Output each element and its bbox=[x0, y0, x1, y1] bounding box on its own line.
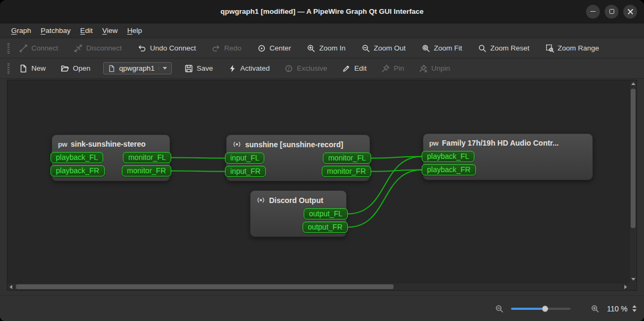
maximize-button[interactable] bbox=[605, 5, 618, 19]
graph-canvas[interactable]: pw sink-sunshine-stereo playback_FL play… bbox=[7, 80, 629, 283]
vertical-scrollbar-thumb[interactable] bbox=[631, 89, 635, 228]
statusbar: 110 % bbox=[0, 295, 644, 321]
edit-pencil-icon bbox=[342, 64, 350, 73]
undo-connect-label: Undo Connect bbox=[150, 44, 196, 52]
activated-label: Activated bbox=[240, 64, 270, 72]
zoom-spinbox[interactable]: 110 % bbox=[607, 305, 637, 313]
save-button[interactable]: Save bbox=[182, 63, 215, 74]
port-monitor-fl[interactable]: monitor_FL bbox=[123, 152, 171, 163]
activated-toggle[interactable]: Activated bbox=[226, 63, 272, 74]
patchbay-file-icon bbox=[108, 65, 115, 72]
scroll-left-icon[interactable] bbox=[10, 285, 12, 289]
port-playback-fl[interactable]: playback_FL bbox=[51, 152, 103, 163]
zoom-slider[interactable] bbox=[511, 304, 571, 314]
minimize-button[interactable] bbox=[586, 5, 600, 19]
open-label: Open bbox=[73, 64, 90, 72]
zoom-out-button[interactable]: Zoom Out bbox=[359, 43, 408, 54]
menu-view[interactable]: View bbox=[97, 25, 122, 36]
pipewire-icon: pw bbox=[429, 139, 438, 147]
zoom-fit-label: Zoom Fit bbox=[434, 44, 462, 52]
zoom-reset-button[interactable]: Zoom Reset bbox=[476, 43, 532, 54]
minimize-icon bbox=[590, 11, 596, 12]
scroll-down-icon[interactable] bbox=[631, 278, 635, 281]
toolbar-drag-handle[interactable] bbox=[7, 63, 10, 74]
open-button[interactable]: Open bbox=[58, 63, 93, 74]
connect-button[interactable]: Connect bbox=[17, 43, 60, 54]
menu-patchbay-accel: P bbox=[41, 27, 46, 35]
statusbar-zoom-in-icon[interactable] bbox=[591, 305, 599, 313]
menu-edit[interactable]: Edit bbox=[76, 25, 97, 36]
node-discord-output[interactable]: Discord Output output_FL output_FR bbox=[250, 190, 347, 237]
port-playback-fl[interactable]: playback_FL bbox=[422, 151, 474, 162]
menu-graph[interactable]: Graph bbox=[6, 25, 36, 36]
node-ports: playback_FL playback_FR bbox=[423, 151, 592, 175]
zoom-fit-button[interactable]: Zoom Fit bbox=[420, 43, 464, 54]
statusbar-zoom-out-icon[interactable] bbox=[495, 305, 504, 313]
audio-device-icon bbox=[256, 196, 265, 205]
scroll-up-icon[interactable] bbox=[631, 82, 635, 85]
scroll-right-icon[interactable] bbox=[624, 285, 627, 289]
port-monitor-fr[interactable]: monitor_FR bbox=[122, 165, 171, 176]
port-monitor-fr[interactable]: monitor_FR bbox=[322, 166, 371, 177]
exclusive-icon: ƒ bbox=[285, 64, 293, 73]
menu-help[interactable]: Help bbox=[122, 25, 147, 36]
port-monitor-fl[interactable]: monitor_FL bbox=[323, 153, 371, 164]
exclusive-toggle[interactable]: ƒ Exclusive bbox=[282, 63, 329, 74]
close-button[interactable] bbox=[623, 5, 637, 19]
titlebar[interactable]: qpwgraph1 [modified] — A PipeWire Graph … bbox=[0, 0, 644, 23]
node-header: Discord Output bbox=[250, 191, 346, 207]
window-controls bbox=[586, 5, 637, 19]
menu-patchbay[interactable]: Patchbay bbox=[36, 25, 76, 36]
canvas-frame: pw sink-sunshine-stereo playback_FL play… bbox=[7, 80, 637, 291]
node-sink-sunshine-stereo[interactable]: pw sink-sunshine-stereo playback_FL play… bbox=[52, 134, 170, 181]
zoom-slider-fill bbox=[511, 308, 545, 310]
port-playback-fr[interactable]: playback_FR bbox=[51, 165, 105, 176]
zoom-fit-icon bbox=[422, 44, 430, 53]
pin-button[interactable]: Pin bbox=[379, 63, 406, 74]
port-output-fl[interactable]: output_FL bbox=[304, 208, 348, 219]
save-icon bbox=[185, 64, 193, 73]
toolbar-drag-handle[interactable] bbox=[7, 43, 10, 54]
window-title: qpwgraph1 [modified] — A PipeWire Graph … bbox=[220, 7, 423, 15]
open-folder-icon bbox=[61, 64, 69, 73]
audio-device-icon bbox=[232, 140, 241, 149]
port-input-fr[interactable]: input_FR bbox=[225, 166, 266, 177]
zoom-range-label: Zoom Range bbox=[558, 44, 599, 52]
zoom-range-icon bbox=[546, 44, 554, 53]
patchbay-profile-combobox[interactable]: qpwgraph1 bbox=[103, 62, 172, 74]
node-ports: output_FL output_FR bbox=[250, 208, 346, 233]
node-sunshine-record[interactable]: sunshine [sunshine-record] input_FL inpu… bbox=[226, 134, 370, 181]
graph-toolbar: Connect Disconnect Undo Connect Redo Cen… bbox=[0, 38, 644, 58]
menu-help-accel: H bbox=[127, 27, 132, 35]
new-button[interactable]: New bbox=[17, 63, 48, 74]
menu-help-rest: elp bbox=[132, 27, 142, 35]
horizontal-scrollbar[interactable] bbox=[7, 283, 629, 290]
node-title: sunshine [sunshine-record] bbox=[245, 140, 343, 149]
edit-label: Edit bbox=[354, 64, 366, 72]
node-header: sunshine [sunshine-record] bbox=[227, 135, 370, 151]
zoom-in-button[interactable]: Zoom In bbox=[305, 43, 348, 54]
port-input-fl[interactable]: input_FL bbox=[225, 153, 264, 164]
unpin-button[interactable]: Unpin bbox=[417, 63, 452, 74]
port-playback-fr[interactable]: playback_FR bbox=[422, 164, 476, 175]
zoom-range-button[interactable]: Zoom Range bbox=[543, 43, 601, 54]
node-family-hd-audio[interactable]: pw Family 17h/19h HD Audio Contr... play… bbox=[423, 133, 593, 180]
menu-view-rest: iew bbox=[107, 27, 118, 35]
horizontal-scrollbar-thumb[interactable] bbox=[16, 284, 394, 289]
menu-edit-rest: dit bbox=[85, 27, 93, 35]
undo-connect-button[interactable]: Undo Connect bbox=[136, 43, 198, 54]
port-output-fr[interactable]: output_FR bbox=[303, 222, 348, 233]
zoom-slider-handle[interactable] bbox=[542, 306, 548, 312]
vertical-scrollbar[interactable] bbox=[629, 80, 637, 283]
spin-down-icon[interactable] bbox=[632, 309, 637, 312]
disconnect-button[interactable]: Disconnect bbox=[72, 43, 124, 54]
app-window: qpwgraph1 [modified] — A PipeWire Graph … bbox=[0, 0, 644, 321]
zoom-value[interactable]: 110 % bbox=[607, 305, 628, 313]
edit-toggle[interactable]: Edit bbox=[340, 63, 369, 74]
redo-button[interactable]: Redo bbox=[210, 43, 243, 54]
center-button[interactable]: Center bbox=[255, 43, 294, 54]
spin-up-icon[interactable] bbox=[632, 305, 637, 308]
disconnect-icon bbox=[74, 44, 82, 53]
activated-bolt-icon bbox=[228, 64, 237, 73]
save-label: Save bbox=[197, 64, 213, 72]
